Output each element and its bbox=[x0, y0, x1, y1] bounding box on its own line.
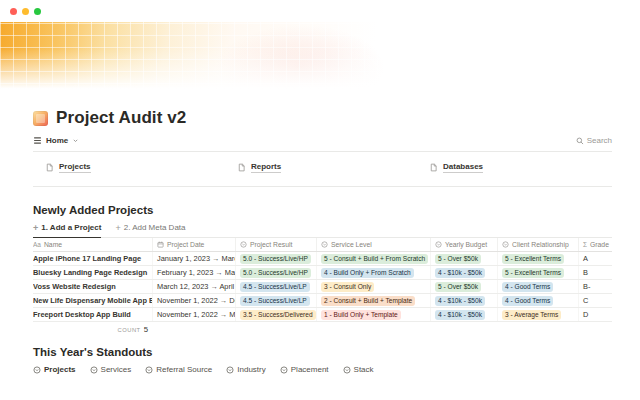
close-button[interactable] bbox=[10, 8, 17, 15]
cell-project-date[interactable]: March 12, 2023 → April 30, 2023 bbox=[152, 280, 235, 293]
cell-service-level[interactable]: 3 - Consult Only bbox=[316, 280, 430, 293]
tab-label: 2. Add Meta Data bbox=[124, 223, 186, 232]
cell-service-level[interactable]: 2 - Consult + Build + Template bbox=[316, 294, 430, 307]
cell-grade[interactable]: B- bbox=[578, 280, 612, 293]
cell-yearly-budget[interactable]: 4 - $10k - $50k bbox=[430, 294, 497, 307]
cell-client-relationship[interactable]: 4 - Good Terms bbox=[497, 280, 578, 293]
cell-client-relationship[interactable]: 3 - Average Terms bbox=[497, 308, 578, 321]
table-row: Freeport Desktop App Build November 1, 2… bbox=[33, 308, 612, 322]
page-link-icon bbox=[237, 163, 246, 172]
cell-project-result[interactable]: 4.5 - Success/Live/LP bbox=[235, 280, 316, 293]
select-property-icon bbox=[321, 241, 328, 248]
column-header-service-level[interactable]: Service Level bbox=[316, 238, 430, 251]
cell-client-relationship[interactable]: 5 - Excellent Terms bbox=[497, 252, 578, 265]
tag-service-level: 5 - Consult + Build + From Scratch bbox=[321, 254, 428, 264]
tag-service-level: 4 - Build Only + From Scratch bbox=[321, 268, 414, 278]
view-tab-home[interactable]: Home bbox=[33, 136, 79, 145]
view-tab-referral-source[interactable]: Referral Source bbox=[145, 365, 212, 374]
cell-grade[interactable]: B bbox=[578, 266, 612, 279]
select-property-icon bbox=[240, 241, 247, 248]
tag-yearly-budget: 4 - $10k - $50k bbox=[435, 296, 485, 306]
view-tab-services[interactable]: Services bbox=[90, 365, 132, 374]
minimize-button[interactable] bbox=[22, 8, 29, 15]
cell-yearly-budget[interactable]: 5 - Over $50k bbox=[430, 280, 497, 293]
table-count[interactable]: COUNT 5 bbox=[33, 322, 152, 334]
quick-link-reports[interactable]: Reports bbox=[225, 162, 417, 173]
cell-grade[interactable]: D bbox=[578, 308, 612, 321]
column-header-name[interactable]: Aa Name bbox=[33, 238, 152, 251]
view-tab-stack[interactable]: Stack bbox=[343, 365, 374, 374]
column-header-project-result[interactable]: Project Result bbox=[235, 238, 316, 251]
zoom-button[interactable] bbox=[34, 8, 41, 15]
gallery-view-icon bbox=[280, 366, 288, 374]
quick-link-databases[interactable]: Databases bbox=[417, 162, 609, 173]
cell-service-level[interactable]: 1 - Build Only + Template bbox=[316, 308, 430, 321]
page-icon[interactable] bbox=[33, 111, 48, 126]
cell-project-result[interactable]: 4.5 - Success/Live/LP bbox=[235, 294, 316, 307]
section-heading-standouts: This Year's Standouts bbox=[33, 346, 612, 358]
search-icon bbox=[576, 137, 584, 145]
column-header-project-date[interactable]: Project Date bbox=[152, 238, 235, 251]
column-header-client-relationship[interactable]: Grade Client Relationship bbox=[497, 238, 578, 251]
cell-name[interactable]: New Life Dispensary Mobile App Build bbox=[33, 294, 152, 307]
gallery-view-icon bbox=[90, 366, 98, 374]
tag-project-result: 5.0 - Success/Live/HP bbox=[240, 268, 311, 278]
column-header-yearly-budget[interactable]: Yearly Budget bbox=[430, 238, 497, 251]
cell-project-date[interactable]: November 1, 2022 → March 31, 2023 bbox=[152, 308, 235, 321]
search-button[interactable]: Search bbox=[576, 136, 612, 145]
tag-project-result: 3.5 - Success/Delivered bbox=[240, 310, 316, 320]
chevron-down-icon bbox=[72, 137, 79, 144]
tag-client-relationship: 5 - Excellent Terms bbox=[502, 254, 564, 264]
tag-yearly-budget: 4 - $10k - $50k bbox=[435, 268, 485, 278]
tag-client-relationship: 5 - Excellent Terms bbox=[502, 268, 564, 278]
cell-service-level[interactable]: 5 - Consult + Build + From Scratch bbox=[316, 252, 430, 265]
cell-project-date[interactable]: January 1, 2023 → March 31, 2023 bbox=[152, 252, 235, 265]
cell-grade[interactable]: C bbox=[578, 294, 612, 307]
cell-yearly-budget[interactable]: 4 - $10k - $50k bbox=[430, 266, 497, 279]
tag-service-level: 2 - Consult + Build + Template bbox=[321, 296, 415, 306]
search-label: Search bbox=[587, 136, 612, 145]
tag-client-relationship: 4 - Good Terms bbox=[502, 296, 553, 306]
cell-yearly-budget[interactable]: 5 - Over $50k bbox=[430, 252, 497, 265]
quick-link-label: Databases bbox=[443, 162, 483, 173]
tag-project-result: 5.0 - Success/Live/HP bbox=[240, 254, 311, 264]
page-title-row: Project Audit v2 bbox=[33, 108, 612, 128]
cell-name[interactable]: Apple iPhone 17 Landing Page bbox=[33, 252, 152, 265]
cell-service-level[interactable]: 4 - Build Only + From Scratch bbox=[316, 266, 430, 279]
view-tab-placement[interactable]: Placement bbox=[280, 365, 329, 374]
table-row: New Life Dispensary Mobile App Build Nov… bbox=[33, 294, 612, 308]
cell-grade[interactable]: A bbox=[578, 252, 612, 265]
cell-project-result[interactable]: 5.0 - Success/Live/HP bbox=[235, 252, 316, 265]
table-row: Apple iPhone 17 Landing Page January 1, … bbox=[33, 252, 612, 266]
cell-name[interactable]: Bluesky Landing Page Redesign bbox=[33, 266, 152, 279]
cell-yearly-budget[interactable]: 4 - $10k - $50k bbox=[430, 308, 497, 321]
cell-project-date[interactable]: November 1, 2022 → December 31, 2022 bbox=[152, 294, 235, 307]
view-tab-industry[interactable]: Industry bbox=[226, 365, 265, 374]
page-title: Project Audit v2 bbox=[56, 108, 186, 128]
count-label: COUNT bbox=[118, 327, 141, 333]
cell-name[interactable]: Freeport Desktop App Build bbox=[33, 308, 152, 321]
cell-project-result[interactable]: 3.5 - Success/Delivered bbox=[235, 308, 316, 321]
view-tab-label: Projects bbox=[44, 365, 76, 374]
table-row: Bluesky Landing Page Redesign February 1… bbox=[33, 266, 612, 280]
formula-property-icon: Σ bbox=[583, 241, 587, 248]
gallery-view-icon bbox=[145, 366, 153, 374]
quick-link-label: Reports bbox=[251, 162, 281, 173]
gallery-view-icon bbox=[343, 366, 351, 374]
cell-project-date[interactable]: February 1, 2023 → March 31, 2023 bbox=[152, 266, 235, 279]
view-tab-label: Services bbox=[101, 365, 132, 374]
cell-name[interactable]: Voss Website Redesign bbox=[33, 280, 152, 293]
quick-link-projects[interactable]: Projects bbox=[33, 162, 225, 173]
select-property-icon bbox=[502, 241, 509, 248]
cell-project-result[interactable]: 5.0 - Success/Live/HP bbox=[235, 266, 316, 279]
tab-add-meta-data[interactable]: + 2. Add Meta Data bbox=[115, 223, 185, 237]
view-tab-projects[interactable]: Projects bbox=[33, 365, 76, 374]
tag-service-level: 3 - Consult Only bbox=[321, 282, 374, 292]
quick-links-row: Projects Reports Databases bbox=[33, 152, 612, 187]
page-content: Project Audit v2 Home Search bbox=[0, 96, 640, 374]
cell-client-relationship[interactable]: 5 - Excellent Terms bbox=[497, 266, 578, 279]
page-link-icon bbox=[45, 163, 54, 172]
cell-client-relationship[interactable]: 4 - Good Terms bbox=[497, 294, 578, 307]
tab-add-a-project[interactable]: + 1. Add a Project bbox=[33, 223, 101, 238]
column-header-grade[interactable]: Σ Grade bbox=[578, 238, 612, 251]
